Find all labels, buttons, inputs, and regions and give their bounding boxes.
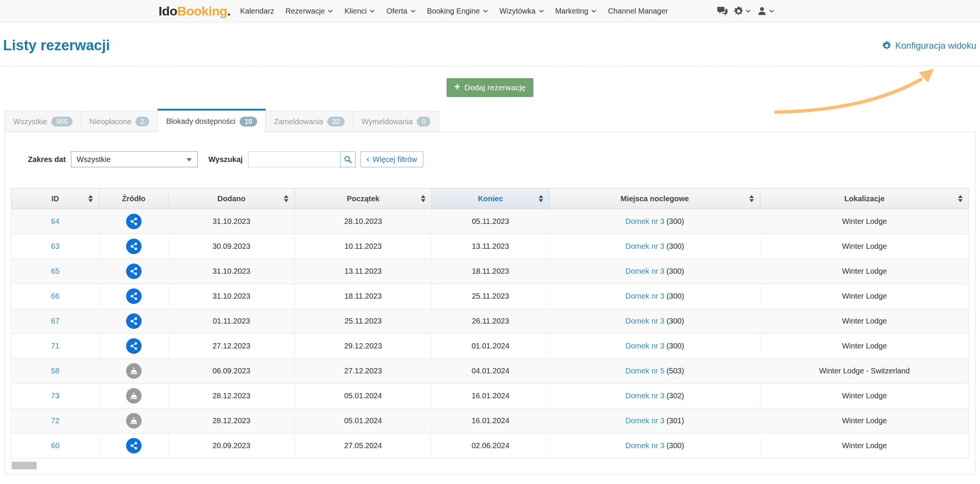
logo-dot: . <box>227 4 231 18</box>
date-start-cell: 18.11.2023 <box>294 284 431 309</box>
tab-nieoplacone[interactable]: Nieopłacone2 <box>81 111 158 132</box>
place-link[interactable]: Domek nr 3 <box>625 267 664 275</box>
place-number: (302) <box>666 392 684 400</box>
date-start-cell: 27.05.2024 <box>294 433 431 459</box>
place-cell: Domek nr 3 (301) <box>549 409 760 433</box>
place-link[interactable]: Domek nr 3 <box>625 342 664 350</box>
tab-label: Nieopłacone <box>89 118 131 126</box>
place-cell: Domek nr 3 (300) <box>549 334 760 359</box>
reservations-tbody: 64 31.10.2023 28.10.2023 05.11.2023 Dome… <box>11 209 969 459</box>
menu-item-booking-engine[interactable]: Booking Engine <box>421 7 494 16</box>
place-link[interactable]: Domek nr 3 <box>625 242 664 250</box>
reservation-id-link[interactable]: 66 <box>51 292 59 300</box>
column-header-poczatek[interactable]: Początek <box>294 188 431 209</box>
reservations-table: ID Źródło Dodano Początek Koniec Miejsca… <box>11 188 969 459</box>
date-added-cell: 31.10.2023 <box>169 209 295 234</box>
source-cell <box>99 309 169 334</box>
chevron-down-icon <box>483 10 488 13</box>
menu-item-channel-manager[interactable]: Channel Manager <box>602 7 673 16</box>
place-link[interactable]: Domek nr 3 <box>625 292 664 300</box>
messages-button[interactable] <box>717 6 727 16</box>
table-row: 73 28.12.2023 05.01.2024 16.01.2024 Dome… <box>11 384 969 409</box>
menu-label: Marketing <box>555 7 589 16</box>
location-cell: Winter Lodge <box>760 409 969 433</box>
source-cell <box>99 359 169 384</box>
date-range-selected-value: Wszystkie <box>76 155 111 164</box>
date-added-cell: 31.10.2023 <box>169 284 295 309</box>
reservation-id-link[interactable]: 67 <box>51 317 59 325</box>
tab-zameldowania[interactable]: Zameldowania32 <box>266 111 353 132</box>
date-added-cell: 27.12.2023 <box>169 334 295 359</box>
horizontal-scrollbar-thumb[interactable] <box>12 462 37 469</box>
table-row: 63 30.09.2023 10.11.2023 13.11.2023 Dome… <box>11 234 969 259</box>
place-link[interactable]: Domek nr 3 <box>625 217 664 225</box>
menu-item-marketing[interactable]: Marketing <box>550 7 603 16</box>
menu-label: Kalendarz <box>240 7 274 16</box>
place-link[interactable]: Domek nr 3 <box>625 317 664 325</box>
menu-item-rezerwacje[interactable]: Rezerwacje <box>280 7 339 16</box>
tab-wszystkie[interactable]: Wszystkie956 <box>5 111 81 132</box>
reservation-id-link[interactable]: 58 <box>51 366 59 375</box>
horizontal-scrollbar <box>11 462 969 469</box>
place-link[interactable]: Domek nr 5 <box>625 366 664 375</box>
column-header-dodano[interactable]: Dodano <box>169 188 295 209</box>
date-end-cell: 02.06.2024 <box>431 433 549 459</box>
place-number: (300) <box>666 317 684 325</box>
tab-wymeldowania[interactable]: Wymeldowania0 <box>353 111 439 132</box>
date-added-cell: 31.10.2023 <box>169 259 295 284</box>
menu-item-wizytowka[interactable]: Wizytówka <box>494 7 550 16</box>
reservation-id-link[interactable]: 60 <box>51 441 59 450</box>
page: IdoBooking. Kalendarz Rezerwacje Klienci… <box>0 0 980 484</box>
reservation-id-link[interactable]: 72 <box>51 416 59 425</box>
menu-item-klienci[interactable]: Klienci <box>339 7 380 16</box>
column-label: Miejsca noclegowe <box>620 194 689 203</box>
place-number: (300) <box>666 292 684 300</box>
date-start-cell: 10.11.2023 <box>294 234 431 259</box>
sort-icon <box>539 195 543 202</box>
menu-label: Wizytówka <box>500 7 536 16</box>
menu-item-oferta[interactable]: Oferta <box>380 7 421 16</box>
menu-item-kalendarz[interactable]: Kalendarz <box>234 7 280 16</box>
column-header-miejsca-noclegowe[interactable]: Miejsca noclegowe <box>549 188 760 209</box>
date-start-cell: 29.12.2023 <box>294 334 431 359</box>
sort-icon <box>958 195 963 202</box>
place-link[interactable]: Domek nr 3 <box>625 416 664 425</box>
column-header-id[interactable]: ID <box>11 188 99 209</box>
source-cell <box>99 259 169 284</box>
date-range-select[interactable]: Wszystkie <box>71 151 198 167</box>
reservation-id-link[interactable]: 64 <box>51 217 59 225</box>
sort-icon <box>421 195 425 202</box>
reservation-tabs: Wszystkie956 Nieopłacone2 Blokady dostęp… <box>5 108 975 132</box>
add-reservation-button[interactable]: + Dodaj rezerwację <box>447 78 533 97</box>
count-badge: 32 <box>327 117 345 126</box>
id-cell: 58 <box>11 359 99 384</box>
place-link[interactable]: Domek nr 3 <box>625 392 664 400</box>
id-cell: 63 <box>11 234 99 259</box>
idobooking-logo[interactable]: IdoBooking. <box>159 4 231 19</box>
gear-icon <box>882 41 892 51</box>
date-added-cell: 28.12.2023 <box>169 409 295 433</box>
account-menu-button[interactable] <box>757 6 774 16</box>
sort-icon <box>749 195 754 202</box>
chevron-down-icon <box>369 10 375 13</box>
place-link[interactable]: Domek nr 3 <box>625 441 664 450</box>
reservation-id-link[interactable]: 73 <box>51 392 59 400</box>
place-number: (300) <box>666 217 684 225</box>
reservation-id-link[interactable]: 71 <box>51 342 59 350</box>
column-header-koniec[interactable]: Koniec <box>431 188 549 209</box>
view-configuration-link[interactable]: Konfiguracja widoku <box>882 40 976 51</box>
count-badge: 10 <box>240 117 257 126</box>
search-button[interactable] <box>340 151 356 167</box>
reservation-id-link[interactable]: 63 <box>51 242 59 250</box>
more-filters-button[interactable]: ‹ Więcej filtrów <box>361 151 423 167</box>
date-added-cell: 20.09.2023 <box>169 433 295 459</box>
reservation-id-link[interactable]: 65 <box>51 267 59 275</box>
location-cell: Winter Lodge <box>760 209 969 234</box>
column-header-lokalizacje[interactable]: Lokalizacje <box>760 188 969 209</box>
tab-blokady-dostepnosci[interactable]: Blokady dostępności10 <box>158 109 266 132</box>
table-row: 58 06.09.2023 27.12.2023 04.01.2024 Dome… <box>11 359 969 384</box>
location-cell: Winter Lodge <box>760 334 969 359</box>
settings-menu-button[interactable] <box>733 6 751 16</box>
view-configuration-label: Konfiguracja widoku <box>895 40 976 51</box>
search-input[interactable] <box>248 151 340 167</box>
